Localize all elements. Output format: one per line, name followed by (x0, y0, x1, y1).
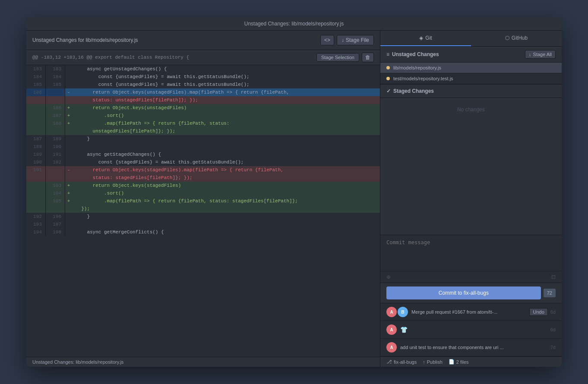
avatar: A (386, 324, 397, 335)
check-icon: ✓ (386, 88, 391, 94)
github-icon: ⬡ (505, 35, 509, 41)
diff-panel-footer: Unstaged Changes: lib/models/repository.… (26, 357, 380, 367)
commit-button[interactable]: Commit to fix-all-bugs (386, 286, 541, 299)
commit-message-input[interactable] (386, 239, 556, 265)
publish-label: Publish (427, 359, 443, 365)
diff-panel-title: Unstaged Changes for lib/models/reposito… (32, 37, 138, 43)
git-icon: ◈ (419, 35, 423, 41)
list-icon: ≡ (386, 51, 389, 57)
commit-area: ⊕ ⊡ Commit to fix-all-bugs 72 (380, 235, 562, 303)
diff-line: 191 - return Object.keys(stagedFiles).ma… (26, 166, 380, 174)
branch-status[interactable]: ⎇ fix-all-bugs (386, 359, 417, 365)
code-view-button[interactable]: <> (320, 35, 334, 45)
unstaged-file-list: lib/models/repository.js test/models/rep… (380, 63, 562, 84)
diff-line: 194 + .sort() (26, 189, 380, 197)
commit-row[interactable]: A B Merge pull request #1667 from atom/t… (380, 303, 562, 321)
diff-line: 190 192 const {stagedFiles} = await this… (26, 158, 380, 166)
diff-line: 187 189 } (26, 135, 380, 143)
commit-count: 72 (544, 289, 556, 297)
commit-actions-row: ⊕ ⊡ (380, 271, 562, 283)
commit-row[interactable]: A add unit test to ensure that component… (380, 339, 562, 356)
diff-line: 193 197 (26, 220, 380, 228)
diff-line: }); (26, 205, 380, 213)
window-title: Unstaged Changes: lib/models/repository.… (244, 21, 344, 27)
diff-line: 185 185 const {unstagedFiles} = await th… (26, 81, 380, 88)
staged-changes-title: ✓ Staged Changes (386, 88, 434, 94)
no-changes-label: No changes (380, 98, 562, 121)
commit-message-area (380, 235, 562, 271)
recent-commits: A B Merge pull request #1667 from atom/t… (380, 303, 562, 356)
diff-panel: Unstaged Changes for lib/models/reposito… (26, 31, 380, 367)
diff-line: 194 198 async getMergeConflicts() { (26, 228, 380, 236)
status-bar: ⎇ fix-all-bugs ↑ Publish 📄 2 files (380, 356, 562, 367)
diff-line: 187 + .sort() (26, 112, 380, 120)
branch-name: fix-all-bugs (394, 359, 417, 365)
diff-header: Unstaged Changes for lib/models/reposito… (26, 31, 380, 50)
diff-line: 183 183 async getUnstagedChanges() { (26, 65, 380, 73)
title-bar: Unstaged Changes: lib/models/repository.… (26, 17, 562, 31)
tab-git[interactable]: ◈ Git (380, 31, 471, 46)
diff-line: 195 + .map(filePath => { return {filePat… (26, 197, 380, 205)
app-window: Unstaged Changes: lib/models/repository.… (26, 17, 562, 367)
code-icon: <> (324, 37, 330, 43)
diff-line: 186 + return Object.keys(unstagedFiles) (26, 104, 380, 112)
add-coauthor-button[interactable]: ⊕ (386, 274, 391, 280)
delete-hunk-button[interactable]: 🗑 (362, 53, 374, 62)
commit-row[interactable]: A 👕 6d (380, 321, 562, 339)
diff-line: 188 + .map(filePath => { return {filePat… (26, 120, 380, 127)
file-item[interactable]: test/models/repository.test.js (380, 73, 562, 84)
files-label: 2 files (456, 359, 469, 365)
diff-line: unstagedFiles[filePath]}; }); (26, 127, 380, 135)
right-tabs: ◈ Git ⬡ GitHub (380, 31, 562, 47)
diff-line: status: stagedFiles[filePath]}; }); (26, 174, 380, 182)
avatar: A (386, 342, 397, 353)
file-item[interactable]: lib/models/repository.js (380, 63, 562, 73)
files-status[interactable]: 📄 2 files (449, 359, 469, 365)
staged-changes-section: ✓ Staged Changes No changes (380, 84, 562, 121)
download-icon: ↓ (341, 37, 344, 43)
diff-content[interactable]: 183 183 async getUnstagedChanges() { 184… (26, 65, 380, 357)
file-modified-indicator (386, 77, 390, 80)
unstaged-changes-title: ≡ Unstaged Changes (386, 51, 439, 57)
download-icon: ↓ (529, 52, 531, 57)
commit-button-row: Commit to fix-all-bugs 72 (380, 283, 562, 303)
stage-selection-button[interactable]: Stage Selection (316, 53, 359, 62)
diff-line: 192 196 } (26, 213, 380, 220)
avatar: A (386, 307, 397, 317)
staged-changes-header: ✓ Staged Changes (380, 85, 562, 98)
main-content: Unstaged Changes for lib/models/reposito… (26, 31, 562, 367)
diff-line: status: unstagedFiles[filePath]}; }); (26, 96, 380, 104)
hunk-header: @@ -183,12 +183,16 @@ export default cla… (26, 50, 380, 65)
publish-icon: ↑ (423, 359, 425, 365)
branch-icon: ⎇ (386, 359, 392, 365)
diff-line: 193 + return Object.keys(stagedFiles) (26, 182, 380, 189)
unstaged-changes-header: ≡ Unstaged Changes ↓ Stage All (380, 47, 562, 63)
tab-github[interactable]: ⬡ GitHub (471, 31, 562, 46)
expand-button[interactable]: ⊡ (551, 274, 556, 280)
files-icon: 📄 (449, 359, 455, 365)
stage-all-button[interactable]: ↓ Stage All (525, 50, 556, 59)
diff-header-actions: <> ↓ Stage File (320, 35, 374, 45)
hunk-label: @@ -183,12 +183,16 @@ export default cla… (32, 55, 189, 60)
diff-line: 184 184 const {unstagedFiles} = await th… (26, 73, 380, 81)
diff-line: 189 191 async getStagedChanges() { (26, 151, 380, 158)
avatar: B (398, 307, 408, 317)
undo-button[interactable]: Undo (529, 308, 547, 316)
right-panel: ◈ Git ⬡ GitHub ≡ Unstaged Changes ↓ Stag… (380, 31, 562, 367)
diff-line: 188 190 (26, 143, 380, 151)
stage-file-button[interactable]: ↓ Stage File (337, 35, 374, 45)
trash-icon: 🗑 (365, 54, 370, 60)
file-modified-indicator (386, 66, 390, 69)
publish-status[interactable]: ↑ Publish (423, 359, 443, 365)
diff-line: 186 - return Object.keys(unstagedFiles).… (26, 88, 380, 96)
